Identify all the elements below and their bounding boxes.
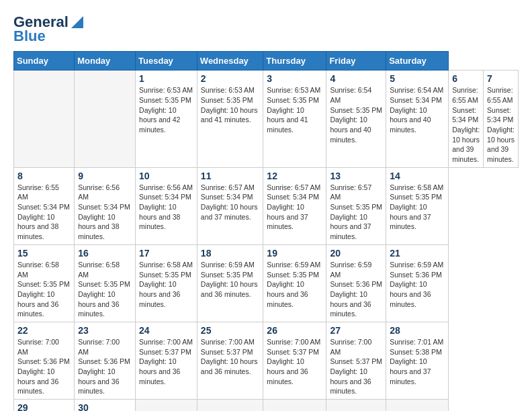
calendar-day-cell: 3 Sunrise: 6:53 AM Sunset: 5:35 PM Dayli… [263,71,326,168]
logo: General Blue [13,13,83,44]
day-number: 9 [78,171,132,181]
day-number: 7 [487,73,515,84]
day-info: Sunrise: 6:59 AM Sunset: 5:35 PM Dayligh… [201,260,260,300]
day-number: 1 [139,73,193,84]
calendar-day-cell [386,400,449,411]
day-number: 10 [139,171,193,181]
calendar-week-row: 29 Sunrise: 7:01 AM Sunset: 5:38 PM Dayl… [14,400,519,411]
calendar-day-cell: 7 Sunrise: 6:55 AM Sunset: 5:34 PM Dayli… [484,71,519,168]
day-number: 15 [17,248,71,259]
day-info: Sunrise: 6:55 AM Sunset: 5:34 PM Dayligh… [17,183,71,242]
weekday-header-friday: Friday [326,52,386,71]
calendar-day-cell: 23 Sunrise: 7:00 AM Sunset: 5:36 PM Dayl… [75,322,136,399]
day-number: 16 [78,248,132,259]
logo-triangle-icon [71,16,83,28]
calendar-week-row: 8 Sunrise: 6:55 AM Sunset: 5:34 PM Dayli… [14,167,519,244]
calendar-day-cell: 24 Sunrise: 7:00 AM Sunset: 5:37 PM Dayl… [136,322,197,399]
day-info: Sunrise: 6:59 AM Sunset: 5:36 PM Dayligh… [330,260,382,319]
calendar-day-cell: 30 Sunrise: 7:01 AM Sunset: 5:38 PM Dayl… [75,400,136,411]
logo-text-blue: Blue [13,28,46,44]
day-number: 13 [330,171,382,181]
weekday-header-thursday: Thursday [263,52,326,71]
calendar-day-cell: 28 Sunrise: 7:01 AM Sunset: 5:38 PM Dayl… [386,322,449,399]
day-info: Sunrise: 7:00 AM Sunset: 5:37 PM Dayligh… [201,337,260,377]
day-number: 5 [390,73,445,84]
day-number: 24 [139,325,193,336]
day-info: Sunrise: 6:59 AM Sunset: 5:36 PM Dayligh… [390,260,445,309]
day-number: 26 [267,325,322,336]
day-info: Sunrise: 6:53 AM Sunset: 5:35 PM Dayligh… [139,85,193,134]
calendar-day-cell: 14 Sunrise: 6:58 AM Sunset: 5:35 PM Dayl… [386,167,449,244]
day-number: 2 [201,73,260,84]
day-info: Sunrise: 6:58 AM Sunset: 5:35 PM Dayligh… [390,183,445,232]
empty-cell [75,71,136,168]
day-number: 30 [78,402,132,411]
calendar-day-cell: 5 Sunrise: 6:54 AM Sunset: 5:34 PM Dayli… [386,71,449,168]
weekday-header-wednesday: Wednesday [197,52,263,71]
day-info: Sunrise: 7:00 AM Sunset: 5:37 PM Dayligh… [267,337,322,386]
day-number: 20 [330,248,382,259]
day-number: 11 [201,171,260,181]
day-info: Sunrise: 6:53 AM Sunset: 5:35 PM Dayligh… [201,85,260,125]
calendar-day-cell: 16 Sunrise: 6:58 AM Sunset: 5:35 PM Dayl… [75,244,136,322]
calendar-day-cell: 27 Sunrise: 7:00 AM Sunset: 5:37 PM Dayl… [326,322,386,399]
calendar-day-cell: 11 Sunrise: 6:57 AM Sunset: 5:34 PM Dayl… [197,167,263,244]
day-info: Sunrise: 6:57 AM Sunset: 5:35 PM Dayligh… [330,183,382,242]
day-info: Sunrise: 7:00 AM Sunset: 5:37 PM Dayligh… [139,337,193,386]
day-info: Sunrise: 6:58 AM Sunset: 5:35 PM Dayligh… [139,260,193,309]
calendar-table: SundayMondayTuesdayWednesdayThursdayFrid… [13,51,519,411]
calendar-day-cell [197,400,263,411]
weekday-header-row: SundayMondayTuesdayWednesdayThursdayFrid… [14,52,519,71]
calendar-day-cell [326,400,386,411]
calendar-day-cell: 19 Sunrise: 6:59 AM Sunset: 5:35 PM Dayl… [263,244,326,322]
calendar-day-cell: 6 Sunrise: 6:55 AM Sunset: 5:34 PM Dayli… [449,71,484,168]
day-info: Sunrise: 6:56 AM Sunset: 5:34 PM Dayligh… [78,183,132,242]
calendar-day-cell: 22 Sunrise: 7:00 AM Sunset: 5:36 PM Dayl… [14,322,75,399]
day-info: Sunrise: 7:00 AM Sunset: 5:37 PM Dayligh… [330,337,382,396]
day-number: 27 [330,325,382,336]
day-number: 18 [201,248,260,259]
calendar-day-cell: 18 Sunrise: 6:59 AM Sunset: 5:35 PM Dayl… [197,244,263,322]
day-info: Sunrise: 6:54 AM Sunset: 5:35 PM Dayligh… [330,85,382,144]
day-info: Sunrise: 6:54 AM Sunset: 5:34 PM Dayligh… [390,85,445,134]
page-header: General Blue [13,13,519,44]
calendar-day-cell: 20 Sunrise: 6:59 AM Sunset: 5:36 PM Dayl… [326,244,386,322]
calendar-day-cell [263,400,326,411]
calendar-day-cell: 29 Sunrise: 7:01 AM Sunset: 5:38 PM Dayl… [14,400,75,411]
day-number: 3 [267,73,322,84]
calendar-day-cell: 9 Sunrise: 6:56 AM Sunset: 5:34 PM Dayli… [75,167,136,244]
day-number: 14 [390,171,445,181]
calendar-day-cell: 21 Sunrise: 6:59 AM Sunset: 5:36 PM Dayl… [386,244,449,322]
day-number: 12 [267,171,322,181]
day-info: Sunrise: 6:55 AM Sunset: 5:34 PM Dayligh… [452,85,480,165]
calendar-day-cell [136,400,197,411]
day-number: 19 [267,248,322,259]
day-number: 25 [201,325,260,336]
weekday-header-saturday: Saturday [386,52,449,71]
day-info: Sunrise: 7:01 AM Sunset: 5:38 PM Dayligh… [390,337,445,386]
calendar-day-cell: 25 Sunrise: 7:00 AM Sunset: 5:37 PM Dayl… [197,322,263,399]
calendar-day-cell: 1 Sunrise: 6:53 AM Sunset: 5:35 PM Dayli… [136,71,197,168]
day-info: Sunrise: 6:55 AM Sunset: 5:34 PM Dayligh… [487,85,515,165]
day-info: Sunrise: 6:56 AM Sunset: 5:34 PM Dayligh… [139,183,193,232]
calendar-day-cell: 17 Sunrise: 6:58 AM Sunset: 5:35 PM Dayl… [136,244,197,322]
day-info: Sunrise: 6:53 AM Sunset: 5:35 PM Dayligh… [267,85,322,134]
weekday-header-sunday: Sunday [14,52,75,71]
calendar-day-cell: 8 Sunrise: 6:55 AM Sunset: 5:34 PM Dayli… [14,167,75,244]
calendar-day-cell: 2 Sunrise: 6:53 AM Sunset: 5:35 PM Dayli… [197,71,263,168]
calendar-week-row: 22 Sunrise: 7:00 AM Sunset: 5:36 PM Dayl… [14,322,519,399]
svg-marker-0 [71,16,83,28]
day-number: 22 [17,325,71,336]
calendar-day-cell: 15 Sunrise: 6:58 AM Sunset: 5:35 PM Dayl… [14,244,75,322]
day-number: 23 [78,325,132,336]
day-info: Sunrise: 6:58 AM Sunset: 5:35 PM Dayligh… [17,260,71,319]
weekday-header-tuesday: Tuesday [136,52,197,71]
calendar-day-cell: 10 Sunrise: 6:56 AM Sunset: 5:34 PM Dayl… [136,167,197,244]
day-info: Sunrise: 6:57 AM Sunset: 5:34 PM Dayligh… [267,183,322,232]
calendar-day-cell: 26 Sunrise: 7:00 AM Sunset: 5:37 PM Dayl… [263,322,326,399]
day-info: Sunrise: 6:57 AM Sunset: 5:34 PM Dayligh… [201,183,260,222]
day-info: Sunrise: 6:59 AM Sunset: 5:35 PM Dayligh… [267,260,322,309]
day-info: Sunrise: 7:00 AM Sunset: 5:36 PM Dayligh… [78,337,132,396]
empty-cell [14,71,75,168]
calendar-day-cell: 4 Sunrise: 6:54 AM Sunset: 5:35 PM Dayli… [326,71,386,168]
